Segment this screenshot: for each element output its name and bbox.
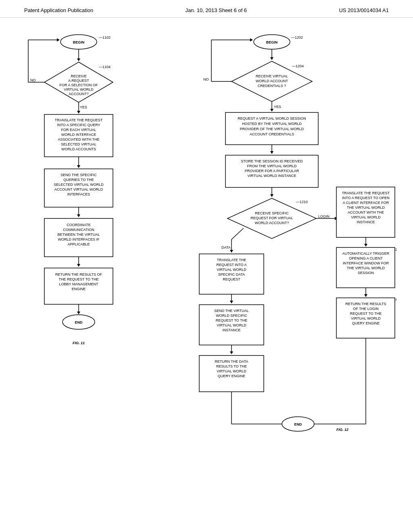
svg-text:WORLD ACCOUNT?: WORLD ACCOUNT? — [254, 221, 289, 225]
svg-marker-15 — [57, 38, 60, 42]
svg-text:VIRTUAL WORLD: VIRTUAL WORLD — [217, 268, 246, 272]
svg-marker-84 — [270, 151, 273, 154]
svg-text:ACCOUNT VIRTUAL WORLD: ACCOUNT VIRTUAL WORLD — [54, 187, 103, 191]
svg-line-99 — [232, 228, 244, 239]
svg-text:RETURN THE DATA: RETURN THE DATA — [215, 360, 248, 364]
svg-text:RETURN THE RESULTS: RETURN THE RESULTS — [345, 302, 386, 306]
svg-marker-3 — [77, 58, 80, 61]
svg-text:INTO A SPECIFIC QUERY: INTO A SPECIFIC QUERY — [57, 123, 100, 127]
svg-text:YES: YES — [80, 105, 87, 109]
svg-text:SPECIFIC DATA: SPECIFIC DATA — [218, 272, 245, 276]
svg-text:TRANSLATE THE: TRANSLATE THE — [217, 258, 246, 262]
svg-text:LOBBY MANAGEMENT: LOBBY MANAGEMENT — [59, 282, 98, 286]
svg-marker-122 — [230, 351, 233, 354]
svg-text:WORLD SPECIFIC: WORLD SPECIFIC — [216, 314, 247, 318]
svg-text:RESULTS TO THE: RESULTS TO THE — [216, 364, 247, 368]
svg-text:SELECTED VIRTUAL: SELECTED VIRTUAL — [61, 142, 96, 146]
svg-text:FIG. 12: FIG. 12 — [336, 428, 348, 432]
svg-text:YES: YES — [274, 105, 281, 109]
svg-text:WORLD ACCOUNT: WORLD ACCOUNT — [256, 79, 288, 83]
svg-text:DATA: DATA — [221, 245, 231, 249]
svg-text:INTERFACES: INTERFACES — [67, 192, 90, 196]
svg-text:SELECTED VIRTUAL WORLD: SELECTED VIRTUAL WORLD — [54, 183, 104, 187]
svg-marker-63 — [270, 57, 273, 60]
svg-text:FOR EACH  VIRTUAL: FOR EACH VIRTUAL — [61, 128, 96, 132]
svg-text:APPLICABLE: APPLICABLE — [67, 242, 90, 246]
fig11-column: BEGIN —1102 RECEIVE A REQUEST FOR A SELE… — [16, 30, 155, 463]
svg-text:—1104: —1104 — [99, 65, 111, 69]
svg-text:REQUEST FOR VIRTUAL: REQUEST FOR VIRTUAL — [250, 216, 293, 220]
svg-marker-47 — [77, 264, 80, 267]
svg-marker-18 — [77, 111, 80, 114]
svg-text:REQUEST INTO A: REQUEST INTO A — [216, 263, 246, 267]
svg-text:NO: NO — [203, 77, 209, 81]
svg-text:RECEIVE VIRTUAL: RECEIVE VIRTUAL — [256, 74, 288, 78]
page-header: Patent Application Publication Jan. 10, … — [0, 0, 413, 18]
svg-text:CREDENTIALS ?: CREDENTIALS ? — [258, 84, 286, 88]
svg-marker-113 — [230, 301, 233, 303]
svg-text:VIRTUAL WORLD: VIRTUAL WORLD — [64, 87, 94, 91]
svg-text:—1210: —1210 — [296, 200, 308, 204]
svg-marker-92 — [270, 194, 273, 197]
svg-text:VIRTUAL WORLD: VIRTUAL WORLD — [217, 323, 246, 327]
svg-text:—1202: —1202 — [291, 35, 303, 39]
svg-text:RECEIVE: RECEIVE — [71, 74, 87, 78]
svg-text:ASSOCIATED WITH THE: ASSOCIATED WITH THE — [58, 137, 99, 141]
svg-marker-101 — [230, 250, 233, 253]
svg-text:BEGIN: BEGIN — [73, 40, 85, 44]
header-right: US 2013/0014034 A1 — [339, 7, 389, 13]
svg-text:RECEIVE SPECIFIC: RECEIVE SPECIFIC — [255, 211, 289, 215]
svg-text:A CLIENT INTERFACE FOR: A CLIENT INTERFACE FOR — [343, 201, 389, 205]
svg-text:TRANSLATE THE REQUEST: TRANSLATE THE REQUEST — [342, 191, 390, 195]
svg-text:OPENING A CLIENT: OPENING A CLIENT — [349, 256, 383, 260]
svg-marker-38 — [77, 214, 80, 217]
header-left: Patent Application Publication — [24, 7, 93, 13]
svg-text:END: END — [294, 422, 302, 426]
svg-text:AUTOMATICALLY TRIGGER: AUTOMATICALLY TRIGGER — [342, 251, 390, 256]
svg-marker-55 — [77, 312, 80, 314]
svg-marker-73 — [250, 38, 253, 42]
svg-marker-29 — [77, 165, 80, 168]
svg-text:RETURN THE RESULTS OF: RETURN THE RESULTS OF — [55, 272, 102, 276]
svg-text:ACCOUNT?: ACCOUNT? — [69, 92, 89, 96]
svg-text:REQUEST TO THE: REQUEST TO THE — [216, 318, 247, 322]
svg-text:PROVIDER OF THE VIRTUAL WORLD: PROVIDER OF THE VIRTUAL WORLD — [240, 127, 304, 131]
svg-text:PROVIDER FOR A PARTICULAR: PROVIDER FOR A PARTICULAR — [245, 169, 299, 173]
fig11-svg: BEGIN —1102 RECEIVE A REQUEST FOR A SELE… — [16, 30, 153, 401]
svg-text:—1204: —1204 — [292, 64, 304, 68]
svg-text:VIRTUAL WORLD: VIRTUAL WORLD — [217, 369, 246, 373]
svg-text:SEND THE VIRTUAL: SEND THE VIRTUAL — [214, 309, 249, 313]
fig12-column: BEGIN —1202 RECEIVE VIRTUAL WORLD ACCOUN… — [163, 30, 397, 463]
svg-marker-151 — [364, 294, 367, 297]
svg-text:BEGIN: BEGIN — [266, 40, 278, 44]
svg-text:A REQUEST: A REQUEST — [68, 79, 89, 83]
svg-text:FOR A SELECTION OF: FOR A SELECTION OF — [59, 83, 98, 87]
svg-text:SESSION: SESSION — [358, 271, 374, 275]
svg-text:FIG. 11: FIG. 11 — [73, 341, 85, 345]
svg-text:INTERFACE WINDOW FOR: INTERFACE WINDOW FOR — [343, 261, 389, 265]
svg-text:REQUEST A VIRTUAL WORLD SESSIO: REQUEST A VIRTUAL WORLD SESSION — [238, 116, 306, 121]
svg-text:THE VIRTUAL WORLD: THE VIRTUAL WORLD — [347, 266, 385, 270]
svg-text:NO: NO — [30, 78, 36, 82]
svg-text:REQUEST TO THE: REQUEST TO THE — [350, 312, 382, 316]
svg-text:BETWEEN THE VIRTUAL: BETWEEN THE VIRTUAL — [57, 233, 100, 237]
svg-text:VIRTUAL WORLD: VIRTUAL WORLD — [351, 316, 381, 320]
svg-text:THE REQUEST  TO THE: THE REQUEST TO THE — [59, 277, 99, 281]
svg-text:VIRTUAL WORLD: VIRTUAL WORLD — [351, 215, 381, 219]
svg-text:WORLD INTERFACES IF: WORLD INTERFACES IF — [58, 237, 100, 241]
svg-text:ENGINE: ENGINE — [72, 287, 86, 291]
svg-text:COMMUNICATION: COMMUNICATION — [63, 228, 94, 232]
header-center: Jan. 10, 2013 Sheet 6 of 6 — [186, 7, 247, 13]
svg-text:VIRTUAL WORLD INSTANCE: VIRTUAL WORLD INSTANCE — [248, 174, 296, 178]
svg-text:COORDINATE: COORDINATE — [67, 223, 90, 227]
svg-text:QUERY ENGINE: QUERY ENGINE — [352, 321, 380, 325]
ref-1102: —1102 — [99, 35, 111, 39]
svg-marker-76 — [270, 109, 273, 112]
svg-text:WORLD INTERFACE: WORLD INTERFACE — [61, 133, 96, 137]
svg-text:OF THE LOGIN: OF THE LOGIN — [353, 307, 378, 311]
svg-text:END: END — [75, 320, 83, 324]
svg-text:HOSTED BY THE VIRTUAL WORLD: HOSTED BY THE VIRTUAL WORLD — [242, 122, 302, 126]
svg-text:REQUEST: REQUEST — [223, 277, 240, 281]
svg-text:TRANSLATE THE REQUEST: TRANSLATE THE REQUEST — [55, 118, 103, 122]
svg-text:QUERY ENGINE: QUERY ENGINE — [218, 374, 246, 378]
